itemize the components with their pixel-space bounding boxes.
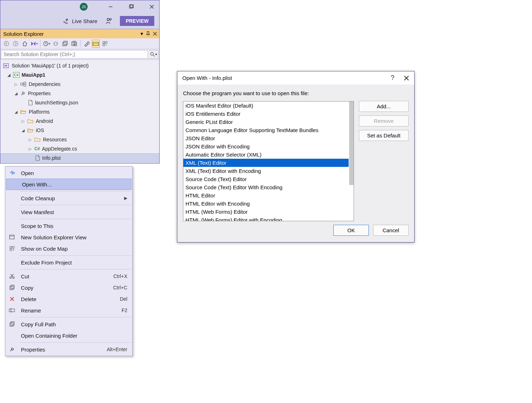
set-default-button[interactable]: Set as Default [359, 130, 409, 141]
platforms-node[interactable]: ◢ Platforms [0, 107, 159, 116]
pin-icon[interactable] [146, 31, 150, 36]
home-icon[interactable] [21, 40, 29, 48]
android-label: Android [36, 118, 53, 124]
close-button[interactable] [147, 3, 156, 11]
svg-rect-20 [103, 44, 105, 46]
ok-button[interactable]: OK [333, 225, 369, 236]
maximize-button[interactable] [127, 3, 136, 11]
collapse-icon[interactable]: ◢ [14, 91, 18, 96]
list-item[interactable]: XML (Text) Editor with Encoding [183, 167, 349, 175]
solution-explorer-header: Solution Explorer ▾ [0, 29, 159, 38]
cancel-button[interactable]: Cancel [373, 225, 409, 236]
panel-dropdown-icon[interactable]: ▾ [140, 31, 143, 37]
panel-close-icon[interactable] [153, 32, 157, 36]
properties-node[interactable]: ◢ Properties [0, 89, 159, 98]
svg-rect-44 [9, 309, 15, 312]
menu-properties[interactable]: Properties Alt+Enter [5, 344, 132, 355]
list-item[interactable]: HTML Editor [183, 191, 349, 200]
scrollbar[interactable] [349, 102, 354, 185]
view-class-icon[interactable]: + [101, 40, 109, 48]
properties-icon[interactable] [83, 40, 90, 48]
list-item[interactable]: HTML (Web Forms) Editor [183, 208, 349, 216]
sync-icon[interactable] [52, 40, 60, 48]
back-icon[interactable] [2, 40, 10, 48]
live-share-button[interactable]: Live Share [63, 18, 98, 24]
menu-rename[interactable]: Rename F2 [5, 305, 132, 316]
switch-views-icon[interactable]: ▾ [30, 40, 38, 48]
solution-node[interactable]: Solution 'MauiApp1' (1 of 1 project) [0, 61, 159, 70]
rename-icon [7, 308, 17, 313]
resources-node[interactable]: ▷ Resources [0, 135, 159, 144]
expand-icon[interactable]: ▷ [28, 147, 32, 151]
menu-copy[interactable]: Copy Ctrl+C [5, 282, 132, 293]
feedback-icon[interactable] [105, 17, 112, 24]
search-input[interactable] [1, 50, 148, 59]
menu-scope[interactable]: Scope to This [5, 220, 132, 232]
solution-explorer-toolbar: ▾ ▾ + [0, 38, 159, 49]
list-item[interactable]: Source Code (Text) Editor [183, 175, 349, 183]
info-plist-node[interactable]: Info.plist [0, 153, 159, 163]
pending-changes-icon[interactable]: ▾ [43, 40, 50, 48]
help-icon[interactable]: ? [391, 74, 394, 82]
svg-text:+: + [12, 248, 15, 251]
collapse-icon[interactable]: ◢ [21, 128, 25, 133]
copy-icon [7, 321, 17, 327]
menu-delete[interactable]: Delete Del [5, 293, 132, 305]
collapse-icon[interactable]: ◢ [7, 73, 11, 77]
project-node[interactable]: ◢ C# MauiApp1 [0, 70, 159, 80]
expand-icon[interactable]: ▷ [14, 82, 18, 87]
copy-icon [7, 285, 17, 290]
menu-exclude[interactable]: Exclude From Project [5, 257, 132, 268]
search-button[interactable]: ▾ [149, 50, 159, 59]
menu-code-map[interactable]: + Show on Code Map [5, 243, 132, 254]
preview-selected-icon[interactable] [92, 40, 100, 48]
collapse-icon[interactable]: ◢ [14, 110, 18, 114]
forward-icon[interactable] [12, 40, 20, 48]
project-label: MauiApp1 [22, 72, 45, 78]
show-all-files-icon[interactable] [70, 40, 78, 48]
svg-line-39 [11, 274, 13, 277]
folder-icon [27, 119, 34, 124]
list-item[interactable]: Automatic Editor Selector (XML) [183, 151, 349, 159]
expand-icon[interactable]: ▷ [28, 137, 32, 142]
preview-button[interactable]: PREVIEW [120, 16, 154, 26]
list-item[interactable]: HTML Editor with Encoding [183, 200, 349, 208]
menu-copy-path[interactable]: Copy Full Path [5, 318, 132, 330]
dependencies-icon [20, 82, 27, 87]
minimize-button[interactable] [106, 3, 115, 11]
list-item[interactable]: Generic PList Editor [183, 118, 349, 126]
ios-node[interactable]: ◢ iOS [0, 126, 159, 135]
list-item[interactable]: HTML (Web Forms) Editor with Encoding [183, 216, 349, 221]
menu-cut[interactable]: Cut Ctrl+X [5, 271, 132, 282]
menu-open-folder[interactable]: Open Containing Folder [5, 330, 132, 341]
menu-open-with[interactable]: Open With... [6, 179, 132, 190]
list-item[interactable]: Source Code (Text) Editor With Encoding [183, 183, 349, 191]
app-delegate-node[interactable]: ▷ C# AppDelegate.cs [0, 144, 159, 153]
launch-settings-node[interactable]: launchSettings.json [0, 98, 159, 107]
list-item[interactable]: JSON Editor [183, 134, 349, 142]
list-item[interactable]: Common Language Editor Supporting TextMa… [183, 126, 349, 134]
list-item[interactable]: XML (Text) Editor [183, 159, 349, 167]
user-avatar[interactable]: JS [80, 3, 88, 11]
expand-icon[interactable]: ▷ [21, 119, 25, 124]
svg-rect-27 [24, 85, 26, 86]
collapse-all-icon[interactable] [61, 40, 69, 48]
list-item[interactable]: iOS Manifest Editor (Default) [183, 102, 349, 110]
menu-open[interactable]: Open [5, 167, 132, 179]
android-node[interactable]: ▷ Android [0, 116, 159, 126]
csharp-project-icon: C# [13, 72, 20, 78]
menu-separator [20, 269, 131, 269]
dependencies-node[interactable]: ▷ Dependencies [0, 80, 159, 89]
svg-rect-46 [10, 323, 13, 326]
live-share-label: Live Share [72, 18, 98, 24]
program-listbox[interactable]: iOS Manifest Editor (Default)iOS Entitle… [183, 101, 354, 221]
add-button[interactable]: Add... [359, 101, 409, 112]
list-item[interactable]: iOS Entitlements Editor [183, 110, 349, 118]
menu-new-view[interactable]: New Solution Explorer View [5, 232, 132, 243]
menu-view-manifest[interactable]: View Manifest [5, 206, 132, 218]
remove-button[interactable]: Remove [359, 115, 409, 126]
menu-code-cleanup[interactable]: Code Cleanup ▶ [5, 192, 132, 204]
dialog-close-icon[interactable] [404, 75, 409, 81]
panel-title: Solution Explorer [3, 31, 44, 37]
list-item[interactable]: JSON Editor with Encoding [183, 142, 349, 151]
